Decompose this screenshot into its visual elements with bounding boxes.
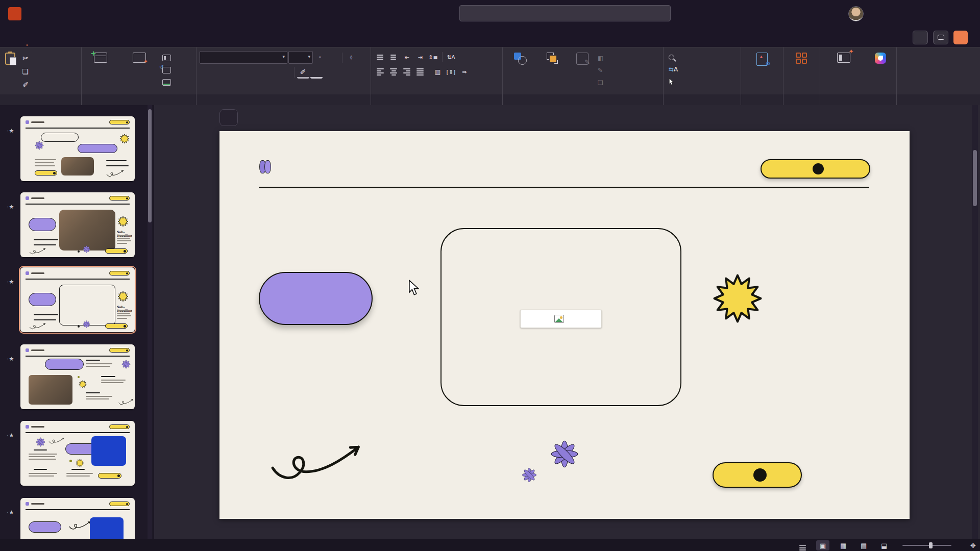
record-button[interactable] xyxy=(913,31,928,44)
slide-editing-surface[interactable] xyxy=(219,131,910,519)
bullets-button[interactable] xyxy=(374,51,386,63)
slide-sorter-view-button[interactable]: ▦ xyxy=(837,540,850,550)
company-profile-button[interactable] xyxy=(761,159,870,179)
place-here-box xyxy=(91,436,126,466)
slide-title-pill[interactable] xyxy=(259,272,373,325)
numbering-button[interactable] xyxy=(387,51,400,63)
tab-record[interactable] xyxy=(113,28,127,47)
text-shadow-button[interactable] xyxy=(239,66,252,79)
powerpoint-logo-icon[interactable] xyxy=(8,7,21,20)
select-button[interactable] xyxy=(669,76,739,88)
slideshow-view-button[interactable]: ⬓ xyxy=(877,540,891,550)
decrease-indent-button[interactable]: ⇤ xyxy=(401,51,413,63)
tab-transitions[interactable] xyxy=(74,28,87,47)
tab-design[interactable] xyxy=(60,28,74,47)
underline-button[interactable] xyxy=(226,66,238,79)
font-size-select[interactable] xyxy=(288,51,313,64)
slide-thumbnail-5[interactable] xyxy=(20,421,135,486)
slide-thumbnail-6[interactable] xyxy=(20,498,135,539)
bold-button[interactable] xyxy=(200,66,212,79)
zoom-slider-thumb[interactable] xyxy=(929,542,933,548)
format-painter-button[interactable]: ✐ xyxy=(19,79,32,91)
new-slide-button[interactable]: + xyxy=(85,51,116,88)
create-pdf-button[interactable] xyxy=(744,51,780,76)
brand-logo[interactable] xyxy=(259,160,278,173)
align-center-button[interactable] xyxy=(387,66,400,78)
next-slide-button[interactable] xyxy=(713,462,802,488)
layout-button[interactable] xyxy=(162,53,176,63)
slide-thumbnail-2[interactable]: Sub-Headline xyxy=(20,192,135,257)
group-slides: + ✦ xyxy=(82,47,197,105)
slide-thumbnail-3-selected[interactable]: Sub-Headline xyxy=(20,267,135,332)
comments-button[interactable] xyxy=(933,31,948,44)
grow-font-button[interactable]: ^ xyxy=(314,52,326,64)
flower-icon xyxy=(83,320,90,328)
align-left-button[interactable] xyxy=(374,66,386,78)
copilot-button[interactable] xyxy=(867,51,894,73)
flower-icon[interactable] xyxy=(550,440,579,468)
cut-button[interactable]: ✂ xyxy=(19,52,32,64)
strikethrough-button[interactable] xyxy=(253,66,265,79)
insert-picture-button[interactable] xyxy=(520,310,602,328)
fit-slide-to-window-icon[interactable]: ✥ xyxy=(970,542,976,549)
change-case-button[interactable] xyxy=(279,66,291,79)
group-acrobat xyxy=(741,47,783,105)
arrange-button[interactable] xyxy=(537,51,567,88)
shapes-button[interactable] xyxy=(506,51,535,88)
squiggle-arrow-icon[interactable] xyxy=(267,441,368,484)
line-spacing-button[interactable]: ⇕≡ xyxy=(427,51,439,63)
panel-scrollbar[interactable] xyxy=(148,105,152,539)
panel-scrollbar-thumb[interactable] xyxy=(148,109,152,222)
canvas-tool-button[interactable] xyxy=(219,109,238,126)
slide-thumbnail-1[interactable] xyxy=(20,116,135,181)
font-name-select[interactable] xyxy=(200,51,287,64)
font-color-button[interactable] xyxy=(310,66,323,79)
increase-indent-button[interactable]: ⇥ xyxy=(414,51,426,63)
shrink-font-button[interactable] xyxy=(327,52,339,64)
user-avatar[interactable] xyxy=(848,6,864,21)
align-text-button[interactable]: [⇕] xyxy=(445,66,457,78)
tab-slide-show[interactable] xyxy=(100,28,113,47)
share-button[interactable] xyxy=(953,31,968,44)
canvas-scrollbar-thumb[interactable] xyxy=(973,150,977,206)
design-suggestions-button[interactable] xyxy=(823,51,865,73)
tab-file[interactable] xyxy=(7,28,20,47)
tab-acrobat[interactable] xyxy=(153,28,166,47)
find-replace-button[interactable] xyxy=(669,51,739,63)
reading-view-button[interactable]: ▤ xyxy=(857,540,870,550)
italic-button[interactable] xyxy=(213,66,225,79)
new-slide-with-copilot-button[interactable]: ✦ xyxy=(119,51,160,88)
replace-fonts-button[interactable]: ⇆A xyxy=(669,63,739,76)
reset-button[interactable] xyxy=(162,65,176,76)
align-right-button[interactable] xyxy=(401,66,413,78)
tab-insert[interactable] xyxy=(34,28,47,47)
clear-formatting-button[interactable]: ◊ xyxy=(345,52,357,64)
tab-developer[interactable] xyxy=(140,28,153,47)
canvas-scrollbar[interactable] xyxy=(972,105,978,539)
highlight-color-button[interactable]: ✐ xyxy=(297,66,309,79)
ribbon-tabs xyxy=(0,28,980,47)
tab-draw[interactable] xyxy=(47,28,60,47)
section-button[interactable] xyxy=(162,77,176,88)
search-input[interactable] xyxy=(470,9,665,17)
tab-home[interactable] xyxy=(20,28,34,47)
slide-thumbnail-4[interactable] xyxy=(20,344,135,409)
notes-button[interactable] xyxy=(799,540,809,550)
paste-button[interactable] xyxy=(3,51,17,91)
tab-view[interactable] xyxy=(127,28,140,47)
flower-icon-small[interactable] xyxy=(522,467,537,483)
addins-button[interactable] xyxy=(787,51,816,67)
normal-view-button[interactable]: ▣ xyxy=(816,540,829,550)
character-spacing-button[interactable] xyxy=(266,66,278,79)
columns-button[interactable]: ▥ xyxy=(432,66,444,78)
justify-button[interactable] xyxy=(414,66,426,78)
thumbnail-item-4: ★ xyxy=(0,344,154,411)
smartart-button[interactable]: ⇛ xyxy=(458,66,471,78)
design-suggestions-icon xyxy=(837,53,850,63)
starburst-icon[interactable] xyxy=(712,273,763,324)
copy-button[interactable]: ❏ xyxy=(19,65,32,78)
tab-animations[interactable] xyxy=(87,28,100,47)
zoom-slider[interactable] xyxy=(898,545,956,546)
text-direction-button[interactable]: ⇅A xyxy=(445,51,457,63)
search-box[interactable] xyxy=(459,5,671,21)
